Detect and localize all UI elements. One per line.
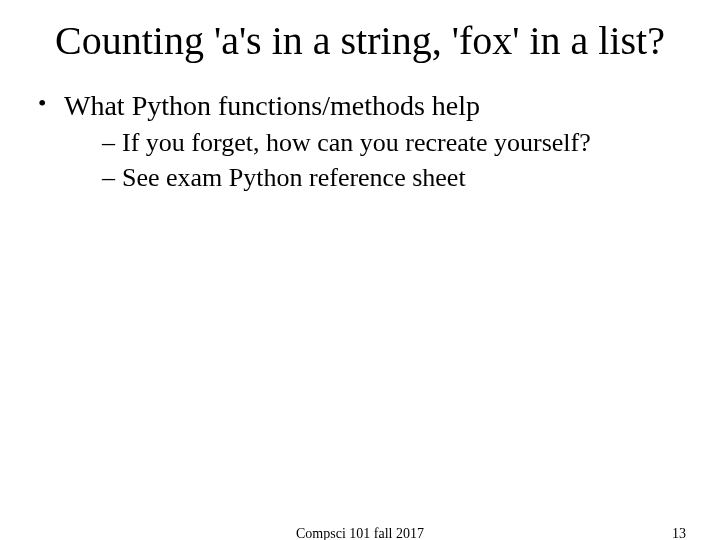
slide-body: What Python functions/methods help If yo… [0,64,720,194]
sub-item: See exam Python reference sheet [102,162,690,195]
slide-title: Counting 'a's in a string, 'fox' in a li… [0,0,720,64]
footer-center: Compsci 101 fall 2017 [0,526,720,540]
slide: Counting 'a's in a string, 'fox' in a li… [0,0,720,540]
sub-item: If you forget, how can you recreate your… [102,127,690,160]
bullet-text: What Python functions/methods help [64,90,480,121]
bullet-item: What Python functions/methods help If yo… [30,88,690,194]
page-number: 13 [672,526,686,540]
bullet-list: What Python functions/methods help If yo… [30,88,690,194]
sub-list: If you forget, how can you recreate your… [64,127,690,194]
